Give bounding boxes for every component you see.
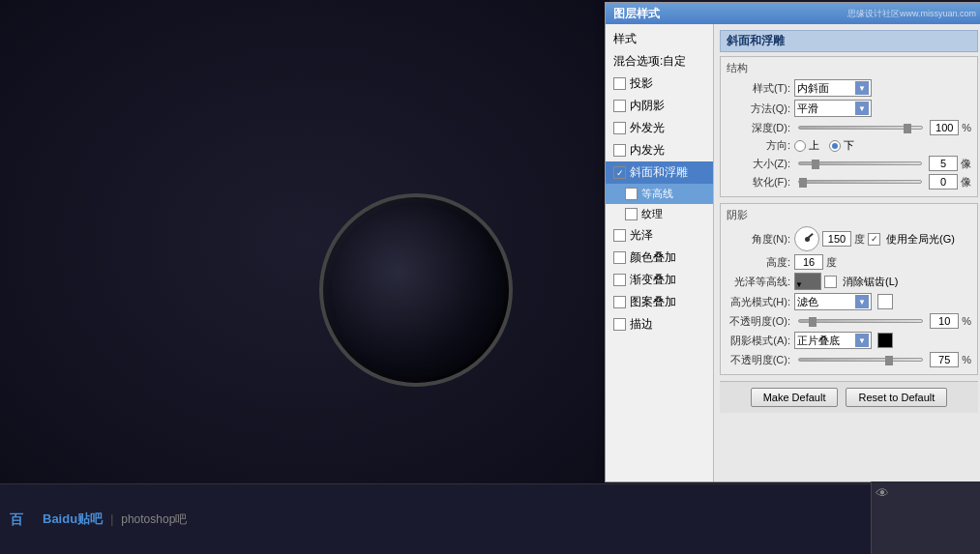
angle-input[interactable] — [822, 231, 851, 247]
highlight-opacity-input[interactable] — [930, 313, 959, 329]
stroke-checkbox[interactable] — [613, 318, 626, 331]
depth-input[interactable] — [930, 120, 959, 135]
altitude-input[interactable] — [794, 254, 823, 270]
sidebar-item-inner-glow[interactable]: 内发光 — [606, 139, 713, 161]
sidebar-item-color-overlay[interactable]: 颜色叠加 — [606, 247, 713, 269]
soften-input[interactable] — [929, 174, 958, 190]
sidebar-item-contour[interactable]: 等高线 — [606, 184, 713, 204]
taskbar: 百 Baidu贴吧 | photoshop吧 — [0, 483, 980, 554]
make-default-button[interactable]: Make Default — [751, 388, 839, 407]
depth-row: 深度(D): % — [727, 120, 971, 135]
size-slider[interactable] — [798, 161, 922, 165]
eye-icon[interactable]: 👁 — [872, 481, 980, 505]
highlight-opacity-control: % — [794, 313, 971, 329]
sidebar-item-gloss[interactable]: 光泽 — [606, 224, 713, 247]
angle-row: 角度(N): 度 使用全局光(G) — [727, 226, 971, 251]
circle-shape — [319, 193, 513, 387]
style-select-arrow[interactable]: ▼ — [855, 81, 869, 95]
taskbar-logo[interactable]: 百 Baidu贴吧 — [10, 509, 103, 530]
size-unit: 像 — [961, 157, 971, 171]
sidebar-item-stroke[interactable]: 描边 — [606, 313, 713, 335]
soften-unit: 像 — [961, 175, 971, 190]
sidebar-item-blend[interactable]: 混合选项:自定 — [606, 50, 713, 73]
soften-label: 软化(F): — [727, 175, 794, 190]
logo-text: Baidu贴吧 — [43, 510, 103, 528]
shadow-opacity-input[interactable] — [930, 352, 959, 367]
canvas-area — [0, 0, 609, 483]
soften-slider-thumb[interactable] — [799, 178, 807, 188]
shadow-mode-value: 正片叠底 — [797, 334, 840, 348]
global-light-checkbox[interactable] — [868, 233, 880, 246]
method-select-arrow[interactable]: ▼ — [855, 102, 869, 115]
style-label: 样式 — [613, 31, 637, 47]
right-panel: 👁 — [871, 481, 980, 554]
gloss-checkbox[interactable] — [613, 229, 626, 242]
stroke-label: 描边 — [630, 316, 653, 333]
antialias-checkbox[interactable] — [824, 276, 837, 288]
size-control: 像 — [794, 156, 971, 171]
highlight-opacity-unit: % — [962, 315, 971, 327]
shadow-mode-select[interactable]: 正片叠底 ▼ — [794, 332, 872, 349]
size-slider-thumb[interactable] — [812, 160, 819, 169]
style-select-value: 内斜面 — [797, 81, 829, 96]
structure-title: 结构 — [727, 61, 971, 75]
contour-checkbox[interactable] — [625, 188, 638, 200]
direction-down-item[interactable]: 下 — [829, 138, 854, 153]
dialog-titlebar: 图层样式 思缘设计社区www.missyuan.com — [606, 3, 980, 24]
highlight-opacity-thumb[interactable] — [809, 317, 817, 327]
altitude-unit: 度 — [826, 255, 837, 270]
texture-checkbox[interactable] — [625, 208, 638, 220]
soften-row: 软化(F): 像 — [727, 174, 971, 190]
soften-control: 像 — [794, 174, 971, 190]
sidebar-item-bevel[interactable]: 斜面和浮雕 — [606, 161, 713, 184]
shadow-opacity-slider[interactable] — [798, 358, 923, 362]
direction-up-item[interactable]: 上 — [794, 138, 819, 153]
sidebar-item-style[interactable]: 样式 — [606, 28, 713, 50]
shadow-mode-arrow[interactable]: ▼ — [855, 334, 869, 347]
sidebar-item-inner-shadow[interactable]: 内阴影 — [606, 95, 713, 117]
style-select[interactable]: 内斜面 ▼ — [794, 79, 872, 97]
gradient-overlay-checkbox[interactable] — [613, 274, 626, 286]
shadow-opacity-control: % — [794, 352, 971, 367]
highlight-mode-control: 滤色 ▼ — [794, 293, 971, 310]
direction-row: 方向: 上 下 — [727, 138, 971, 153]
inner-glow-checkbox[interactable] — [613, 144, 626, 157]
sidebar-item-texture[interactable]: 纹理 — [606, 204, 713, 224]
method-form-label: 方法(Q): — [727, 102, 794, 116]
shadow-mode-label: 阴影模式(A): — [727, 334, 794, 348]
outer-glow-checkbox[interactable] — [613, 122, 626, 134]
angle-wheel[interactable] — [794, 226, 819, 251]
sidebar-item-shadow[interactable]: 投影 — [606, 73, 713, 95]
sidebar-item-outer-glow[interactable]: 外发光 — [606, 117, 713, 139]
highlight-opacity-label: 不透明度(O): — [727, 314, 794, 329]
inner-shadow-checkbox[interactable] — [613, 100, 626, 112]
shadow-section-title: 阴影 — [727, 208, 971, 222]
shadow-color-swatch[interactable] — [877, 333, 893, 348]
method-select[interactable]: 平滑 ▼ — [794, 100, 872, 117]
shadow-checkbox[interactable] — [613, 77, 626, 90]
size-input[interactable] — [929, 156, 958, 171]
sidebar-item-gradient-overlay[interactable]: 渐变叠加 — [606, 269, 713, 291]
highlight-opacity-slider[interactable] — [798, 319, 923, 323]
shadow-opacity-thumb[interactable] — [885, 356, 893, 365]
direction-down-radio[interactable] — [829, 140, 841, 152]
soften-slider[interactable] — [798, 180, 922, 184]
angle-indicator — [806, 233, 813, 240]
sidebar-item-pattern-overlay[interactable]: 图案叠加 — [606, 291, 713, 313]
gloss-contour-swatch[interactable]: ▼ — [794, 273, 821, 290]
highlight-mode-select[interactable]: 滤色 ▼ — [794, 293, 872, 310]
highlight-mode-arrow[interactable]: ▼ — [855, 295, 869, 308]
depth-slider[interactable] — [798, 126, 923, 130]
section-header-bevel: 斜面和浮雕 — [720, 30, 978, 52]
bevel-checkbox[interactable] — [613, 166, 626, 179]
gradient-overlay-label: 渐变叠加 — [630, 272, 676, 288]
reset-to-default-button[interactable]: Reset to Default — [846, 388, 947, 407]
direction-up-radio[interactable] — [794, 140, 806, 152]
dialog-content: 斜面和浮雕 结构 样式(T): 内斜面 ▼ 方法(Q) — [714, 24, 980, 481]
pattern-overlay-checkbox[interactable] — [613, 296, 626, 308]
highlight-color-swatch[interactable] — [877, 294, 893, 309]
color-overlay-checkbox[interactable] — [613, 251, 626, 264]
antialias-label: 消除锯齿(L) — [843, 275, 898, 289]
depth-slider-thumb[interactable] — [904, 124, 911, 133]
shadow-opacity-unit: % — [962, 354, 971, 365]
